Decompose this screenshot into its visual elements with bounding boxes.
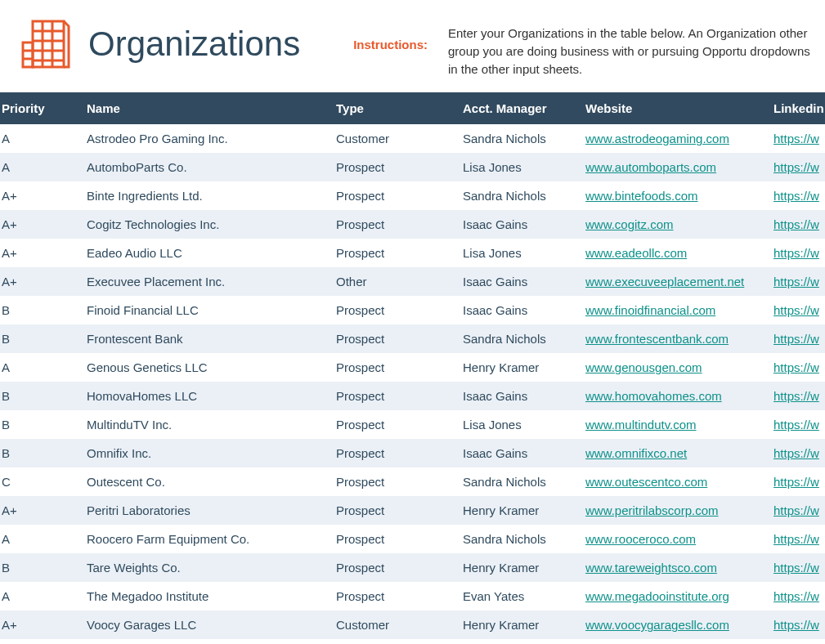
cell-manager[interactable]: Isaac Gains bbox=[458, 296, 581, 324]
cell-linkedin[interactable]: https://w bbox=[769, 124, 825, 153]
cell-type[interactable]: Prospect bbox=[331, 582, 458, 610]
linkedin-link[interactable]: https://w bbox=[773, 446, 819, 460]
linkedin-link[interactable]: https://w bbox=[773, 360, 819, 374]
table-row[interactable]: BFrontescent BankProspectSandra Nicholsw… bbox=[0, 324, 825, 353]
linkedin-link[interactable]: https://w bbox=[773, 475, 819, 489]
website-link[interactable]: www.voocygaragesllc.com bbox=[585, 618, 729, 632]
cell-website[interactable]: www.megadooinstitute.org bbox=[581, 582, 769, 610]
cell-linkedin[interactable]: https://w bbox=[769, 267, 825, 296]
cell-linkedin[interactable]: https://w bbox=[769, 382, 825, 410]
table-row[interactable]: AGenous Genetics LLCProspectHenry Kramer… bbox=[0, 353, 825, 382]
cell-name[interactable]: Cogitz Technologies Inc. bbox=[82, 210, 331, 239]
linkedin-link[interactable]: https://w bbox=[773, 418, 819, 432]
cell-website[interactable]: www.finoidfinancial.com bbox=[581, 296, 769, 324]
cell-website[interactable]: www.cogitz.com bbox=[581, 210, 769, 239]
cell-name[interactable]: Eadeo Audio LLC bbox=[82, 239, 331, 267]
linkedin-link[interactable]: https://w bbox=[773, 189, 819, 203]
cell-priority[interactable]: A+ bbox=[0, 496, 82, 525]
cell-type[interactable]: Prospect bbox=[331, 353, 458, 382]
cell-priority[interactable]: A+ bbox=[0, 181, 82, 210]
cell-type[interactable]: Prospect bbox=[331, 496, 458, 525]
cell-type[interactable]: Prospect bbox=[331, 324, 458, 353]
linkedin-link[interactable]: https://w bbox=[773, 561, 819, 575]
cell-name[interactable]: Roocero Farm Equipment Co. bbox=[82, 525, 331, 553]
cell-manager[interactable]: Evan Yates bbox=[458, 582, 581, 610]
table-row[interactable]: BOmnifix Inc.ProspectIsaac Gainswww.omni… bbox=[0, 439, 825, 467]
cell-linkedin[interactable]: https://w bbox=[769, 239, 825, 267]
cell-name[interactable]: Finoid Financial LLC bbox=[82, 296, 331, 324]
cell-priority[interactable]: A+ bbox=[0, 267, 82, 296]
table-row[interactable]: BMultinduTV Inc.ProspectLisa Joneswww.mu… bbox=[0, 410, 825, 439]
cell-type[interactable]: Other bbox=[331, 267, 458, 296]
cell-priority[interactable]: A bbox=[0, 582, 82, 610]
linkedin-link[interactable]: https://w bbox=[773, 132, 819, 145]
cell-manager[interactable]: Henry Kramer bbox=[458, 610, 581, 639]
cell-priority[interactable]: A+ bbox=[0, 610, 82, 639]
cell-priority[interactable]: C bbox=[0, 467, 82, 496]
cell-priority[interactable]: A+ bbox=[0, 210, 82, 239]
cell-website[interactable]: www.tareweightsco.com bbox=[581, 553, 769, 582]
website-link[interactable]: www.multindutv.com bbox=[585, 418, 697, 432]
website-link[interactable]: www.peritrilabscorp.com bbox=[585, 503, 719, 517]
cell-priority[interactable]: B bbox=[0, 382, 82, 410]
table-row[interactable]: BTare Weights Co.ProspectHenry Kramerwww… bbox=[0, 553, 825, 582]
website-link[interactable]: www.eadeollc.com bbox=[585, 246, 687, 260]
website-link[interactable]: www.cogitz.com bbox=[585, 217, 674, 231]
cell-manager[interactable]: Isaac Gains bbox=[458, 439, 581, 467]
col-header-name[interactable]: Name bbox=[82, 92, 331, 124]
cell-manager[interactable]: Sandra Nichols bbox=[458, 181, 581, 210]
cell-priority[interactable]: A bbox=[0, 153, 82, 181]
cell-linkedin[interactable]: https://w bbox=[769, 410, 825, 439]
cell-linkedin[interactable]: https://w bbox=[769, 296, 825, 324]
cell-type[interactable]: Prospect bbox=[331, 439, 458, 467]
website-link[interactable]: www.megadooinstitute.org bbox=[585, 589, 729, 603]
linkedin-link[interactable]: https://w bbox=[773, 217, 819, 231]
cell-linkedin[interactable]: https://w bbox=[769, 181, 825, 210]
cell-linkedin[interactable]: https://w bbox=[769, 496, 825, 525]
table-row[interactable]: A+Execuvee Placement Inc.OtherIsaac Gain… bbox=[0, 267, 825, 296]
cell-linkedin[interactable]: https://w bbox=[769, 324, 825, 353]
cell-website[interactable]: www.astrodeogaming.com bbox=[581, 124, 769, 153]
cell-manager[interactable]: Henry Kramer bbox=[458, 496, 581, 525]
col-header-linkedin[interactable]: Linkedin bbox=[769, 92, 825, 124]
linkedin-link[interactable]: https://w bbox=[773, 532, 819, 546]
cell-linkedin[interactable]: https://w bbox=[769, 439, 825, 467]
cell-manager[interactable]: Isaac Gains bbox=[458, 210, 581, 239]
cell-name[interactable]: Tare Weights Co. bbox=[82, 553, 331, 582]
cell-linkedin[interactable]: https://w bbox=[769, 582, 825, 610]
table-row[interactable]: AAstrodeo Pro Gaming Inc.CustomerSandra … bbox=[0, 124, 825, 153]
cell-name[interactable]: The Megadoo Institute bbox=[82, 582, 331, 610]
cell-website[interactable]: www.homovahomes.com bbox=[581, 382, 769, 410]
table-row[interactable]: A+Peritri LaboratoriesProspectHenry Kram… bbox=[0, 496, 825, 525]
cell-linkedin[interactable]: https://w bbox=[769, 553, 825, 582]
table-row[interactable]: AAutomboParts Co.ProspectLisa Joneswww.a… bbox=[0, 153, 825, 181]
cell-linkedin[interactable]: https://w bbox=[769, 467, 825, 496]
cell-website[interactable]: www.frontescentbank.com bbox=[581, 324, 769, 353]
cell-priority[interactable]: B bbox=[0, 439, 82, 467]
cell-priority[interactable]: A+ bbox=[0, 239, 82, 267]
cell-manager[interactable]: Lisa Jones bbox=[458, 153, 581, 181]
cell-priority[interactable]: A bbox=[0, 525, 82, 553]
linkedin-link[interactable]: https://w bbox=[773, 589, 819, 603]
cell-name[interactable]: Genous Genetics LLC bbox=[82, 353, 331, 382]
cell-name[interactable]: Peritri Laboratories bbox=[82, 496, 331, 525]
cell-manager[interactable]: Henry Kramer bbox=[458, 353, 581, 382]
cell-priority[interactable]: A bbox=[0, 124, 82, 153]
cell-website[interactable]: www.outescentco.com bbox=[581, 467, 769, 496]
linkedin-link[interactable]: https://w bbox=[773, 389, 819, 403]
cell-website[interactable]: www.eadeollc.com bbox=[581, 239, 769, 267]
cell-name[interactable]: Astrodeo Pro Gaming Inc. bbox=[82, 124, 331, 153]
website-link[interactable]: www.frontescentbank.com bbox=[585, 332, 729, 346]
cell-website[interactable]: www.voocygaragesllc.com bbox=[581, 610, 769, 639]
cell-type[interactable]: Prospect bbox=[331, 153, 458, 181]
table-row[interactable]: BHomovaHomes LLCProspectIsaac Gainswww.h… bbox=[0, 382, 825, 410]
cell-type[interactable]: Customer bbox=[331, 610, 458, 639]
website-link[interactable]: www.execuveeplacement.net bbox=[585, 275, 744, 288]
cell-priority[interactable]: B bbox=[0, 296, 82, 324]
table-row[interactable]: BFinoid Financial LLCProspectIsaac Gains… bbox=[0, 296, 825, 324]
cell-manager[interactable]: Lisa Jones bbox=[458, 239, 581, 267]
cell-linkedin[interactable]: https://w bbox=[769, 153, 825, 181]
cell-name[interactable]: Outescent Co. bbox=[82, 467, 331, 496]
cell-priority[interactable]: B bbox=[0, 553, 82, 582]
website-link[interactable]: www.finoidfinancial.com bbox=[585, 303, 715, 317]
